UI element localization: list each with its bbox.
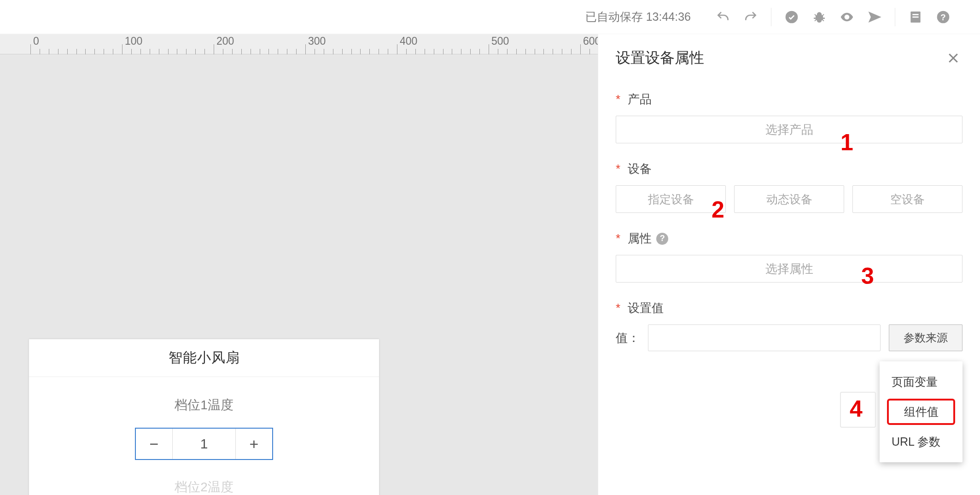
stepper-minus-button[interactable]: −: [136, 429, 173, 459]
device-label: 设备: [628, 161, 652, 177]
attribute-label: 属性: [628, 230, 652, 247]
svg-point-0: [786, 11, 798, 23]
section-device: *设备 指定设备 动态设备 空设备: [616, 161, 962, 213]
setvalue-label: 设置值: [628, 300, 664, 316]
redo-icon: [743, 10, 758, 24]
help-button[interactable]: ?: [929, 3, 957, 31]
ruler-label: 400: [400, 35, 417, 47]
section-setvalue: *设置值 值： 参数来源: [616, 300, 962, 351]
ruler-label: 200: [216, 35, 234, 47]
panel-close-button[interactable]: [944, 49, 962, 67]
debug-button[interactable]: [805, 3, 833, 31]
param-source-button[interactable]: 参数来源: [889, 324, 962, 351]
param-menu-component-value[interactable]: 组件值: [887, 399, 955, 425]
widget-body: 档位1温度 − 1 + 档位2温度: [29, 377, 379, 495]
publish-button[interactable]: [861, 3, 888, 31]
redo-button[interactable]: [737, 3, 764, 31]
quantity-stepper[interactable]: − 1 +: [135, 428, 273, 460]
attribute-select-placeholder: 选择属性: [765, 261, 813, 277]
svg-rect-2: [912, 14, 918, 15]
ruler-label: 300: [308, 35, 326, 47]
horizontal-ruler: 0100200300400500600: [0, 34, 599, 54]
value-field-label: 值：: [616, 330, 640, 346]
device-option-specify[interactable]: 指定设备: [616, 185, 726, 213]
help-icon: ?: [936, 10, 951, 24]
ruler-label: 500: [491, 35, 509, 47]
check-circle-icon: [784, 10, 799, 24]
ruler-label: 100: [125, 35, 142, 47]
stepper-plus-button[interactable]: +: [235, 429, 272, 459]
stepper-value: 1: [173, 429, 235, 459]
device-option-dynamic[interactable]: 动态设备: [734, 185, 844, 213]
undo-icon: [716, 10, 730, 24]
param-menu-url-param[interactable]: URL 参数: [880, 428, 962, 456]
section-attribute: * 属性 ? 选择属性: [616, 230, 962, 283]
notes-button[interactable]: [902, 3, 929, 31]
product-select[interactable]: 选择产品: [616, 116, 962, 143]
param-source-menu: 页面变量 组件值 URL 参数: [880, 361, 962, 462]
preview-button[interactable]: [833, 3, 861, 31]
svg-rect-3: [912, 16, 918, 18]
ruler-label: 0: [33, 35, 39, 47]
value-input[interactable]: [648, 324, 881, 351]
param-menu-page-variable[interactable]: 页面变量: [880, 368, 962, 396]
bug-icon: [812, 10, 827, 24]
autosave-status: 已自动保存 13:44:36: [585, 9, 691, 24]
product-select-placeholder: 选择产品: [765, 122, 813, 138]
device-options: 指定设备 动态设备 空设备: [616, 185, 962, 213]
eye-icon: [840, 10, 854, 24]
panel-header: 设置设备属性: [616, 48, 962, 68]
close-icon: [946, 51, 960, 65]
send-icon: [867, 10, 882, 24]
widget-title: 智能小风扇: [29, 339, 379, 377]
top-toolbar: 已自动保存 13:44:36 ?: [0, 0, 980, 34]
separator: [771, 8, 771, 26]
section-product: *产品 选择产品: [616, 91, 962, 143]
undo-button[interactable]: [709, 3, 737, 31]
check-button[interactable]: [778, 3, 805, 31]
attribute-select[interactable]: 选择属性: [616, 255, 962, 283]
properties-panel: 设置设备属性 *产品 选择产品 *设备 指定设备 动态设备 空设备 *: [598, 34, 980, 495]
field1-label: 档位1温度: [43, 396, 365, 414]
attribute-help-icon[interactable]: ?: [656, 233, 668, 245]
svg-text:?: ?: [940, 12, 945, 22]
widget-card[interactable]: 智能小风扇 档位1温度 − 1 + 档位2温度: [29, 339, 379, 495]
separator: [895, 8, 895, 26]
field2-label: 档位2温度: [43, 478, 365, 495]
device-option-empty[interactable]: 空设备: [852, 185, 962, 213]
product-label: 产品: [628, 91, 652, 107]
note-icon: [908, 10, 923, 24]
panel-title: 设置设备属性: [616, 48, 704, 68]
